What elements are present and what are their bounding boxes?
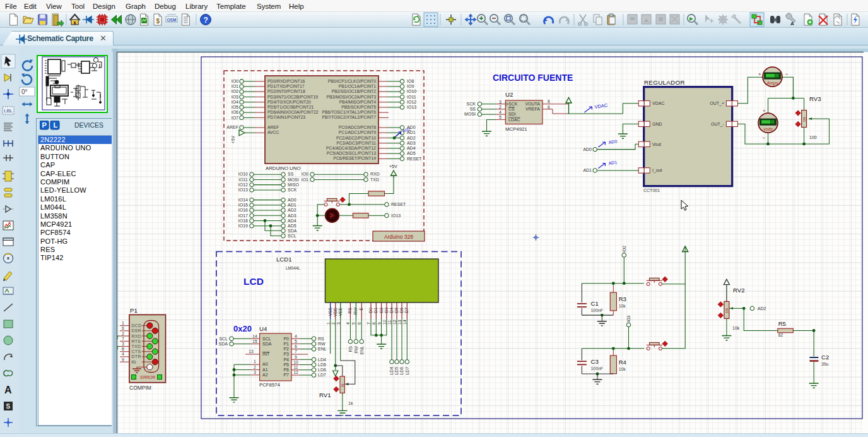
svg-text:OUT_-: OUT_- — [711, 122, 725, 127]
svg-text:10k: 10k — [619, 367, 626, 371]
svg-text:IO9: IO9 — [407, 84, 414, 88]
svg-text:AD5: AD5 — [407, 151, 416, 155]
svg-text:AD5: AD5 — [288, 224, 296, 228]
svg-text:0°: 0° — [21, 88, 28, 95]
svg-text:ARDUINO UNO: ARDUINO UNO — [266, 165, 300, 171]
svg-text:Arduino 328: Arduino 328 — [384, 234, 413, 240]
svg-text:11: 11 — [293, 365, 298, 369]
svg-text:P3: P3 — [283, 352, 289, 356]
svg-text:AD0: AD0 — [583, 147, 592, 152]
svg-text:9: 9 — [295, 355, 297, 359]
svg-text:DTR: DTR — [132, 354, 141, 359]
svg-text:RV1: RV1 — [319, 392, 331, 398]
svg-text:P1: P1 — [130, 307, 138, 314]
svg-text:+5V: +5V — [231, 136, 235, 144]
svg-text:AD2: AD2 — [288, 208, 296, 212]
svg-text:LD5: LD5 — [318, 362, 326, 367]
svg-text:A0: A0 — [262, 362, 268, 366]
svg-text:AD0: AD0 — [288, 198, 296, 202]
svg-text:IO3: IO3 — [232, 95, 238, 99]
svg-text:AD3: AD3 — [288, 213, 296, 218]
svg-text:CCT001: CCT001 — [643, 188, 660, 193]
svg-text:PB5/SCK/PCINT5: PB5/SCK/PCINT5 — [341, 105, 376, 109]
svg-text:RTS: RTS — [132, 339, 141, 344]
svg-text:RESET: RESET — [407, 157, 422, 161]
svg-text:7: 7 — [295, 349, 297, 354]
svg-text:100: 100 — [809, 135, 817, 140]
svg-text:SCL: SCL — [288, 234, 296, 238]
svg-text:U4: U4 — [259, 325, 267, 332]
svg-text:IO0: IO0 — [302, 172, 308, 176]
svg-text:PB6/TOSC1/XTAL1/PCINT6: PB6/TOSC1/XTAL1/PCINT6 — [322, 110, 377, 114]
svg-text:+: + — [763, 108, 766, 114]
svg-text:Volts: Volts — [763, 127, 773, 131]
svg-text:PB2/SS/OC1B/PCINT2: PB2/SS/OC1B/PCINT2 — [332, 89, 376, 93]
svg-text:RESET: RESET — [391, 202, 406, 207]
svg-text:RW: RW — [318, 342, 326, 346]
svg-text:AD4: AD4 — [407, 146, 416, 150]
svg-text:PD0/RXD/PCINT16: PD0/RXD/PCINT16 — [267, 79, 305, 83]
svg-text:SCL: SCL — [219, 337, 228, 341]
svg-text:GND: GND — [652, 122, 662, 126]
svg-text:U2: U2 — [505, 91, 513, 98]
svg-text:6: 6 — [357, 322, 361, 325]
svg-text:IO0: IO0 — [232, 79, 238, 83]
svg-text:4: 4 — [122, 352, 124, 356]
svg-text:PB7/TOSC2/XTAL2/PCINT7: PB7/TOSC2/XTAL2/PCINT7 — [322, 115, 377, 119]
svg-text:13: 13 — [397, 320, 402, 325]
svg-text:−: − — [763, 135, 766, 141]
svg-text:IO10: IO10 — [238, 172, 248, 176]
svg-text:ENL: ENL — [360, 346, 364, 354]
svg-text:P: P — [42, 121, 47, 129]
svg-text:IO3: IO3 — [626, 315, 631, 322]
svg-text:9: 9 — [377, 322, 382, 325]
svg-text:DCD: DCD — [132, 323, 142, 328]
svg-text:PC6/RESET/PCINT14: PC6/RESET/PCINT14 — [333, 156, 376, 160]
svg-text:RS: RS — [318, 337, 324, 341]
svg-text:PC1/ADC1/PCINT9: PC1/ADC1/PCINT9 — [339, 130, 377, 135]
svg-text:LD4: LD4 — [389, 367, 394, 375]
svg-text:LD4: LD4 — [318, 357, 326, 362]
svg-text:PB0/ICP1/CLKO/PCINT0: PB0/ICP1/CLKO/PCINT0 — [328, 79, 377, 83]
svg-text:IO12: IO12 — [407, 100, 416, 104]
svg-text:1: 1 — [326, 322, 331, 325]
svg-text:10: 10 — [293, 360, 298, 364]
svg-text:A: A — [4, 385, 12, 395]
svg-text:PB4/MISO/PCINT4: PB4/MISO/PCINT4 — [339, 100, 376, 104]
svg-text:I_out: I_out — [652, 168, 662, 173]
svg-text:ENL: ENL — [318, 347, 327, 351]
svg-text:1k: 1k — [348, 401, 353, 405]
svg-text:TXD: TXD — [370, 177, 379, 182]
svg-text:MISO: MISO — [288, 183, 299, 187]
svg-text:LCD: LCD — [243, 276, 264, 287]
svg-text:2: 2 — [331, 322, 336, 325]
svg-text:Amps: Amps — [766, 81, 778, 86]
svg-text:IO7: IO7 — [232, 116, 238, 120]
svg-text:5: 5 — [351, 322, 356, 325]
svg-text:39u: 39u — [821, 362, 829, 366]
svg-text:A1: A1 — [262, 368, 268, 372]
svg-text:A2: A2 — [262, 373, 268, 377]
svg-text:AD1: AD1 — [583, 168, 592, 172]
svg-text:RXD: RXD — [370, 172, 380, 176]
svg-text:IO1: IO1 — [232, 84, 238, 88]
svg-text:IO10: IO10 — [407, 89, 416, 93]
svg-text:P5: P5 — [283, 362, 289, 367]
svg-text:PD1/TXD/PCINT17: PD1/TXD/PCINT17 — [267, 84, 305, 88]
svg-text:IO5: IO5 — [232, 105, 238, 109]
svg-text:12: 12 — [392, 320, 397, 325]
svg-text:IO13: IO13 — [407, 105, 416, 109]
svg-text:IO1: IO1 — [302, 177, 308, 182]
svg-text:SDA: SDA — [288, 229, 297, 233]
svg-text:3: 3 — [122, 342, 124, 346]
svg-text:11: 11 — [387, 320, 392, 325]
svg-text:4: 4 — [499, 110, 501, 114]
svg-text:AD1: AD1 — [288, 203, 296, 207]
svg-text:4: 4 — [295, 334, 297, 338]
svg-text:1: 1 — [122, 321, 124, 325]
svg-text:LM044L: LM044L — [286, 266, 300, 270]
svg-text:IO19: IO19 — [238, 224, 248, 228]
svg-text:LBL: LBL — [4, 108, 13, 114]
svg-text:15: 15 — [252, 339, 257, 344]
svg-text:PC0/ADC0/PCINT8: PC0/ADC0/PCINT8 — [339, 125, 377, 129]
